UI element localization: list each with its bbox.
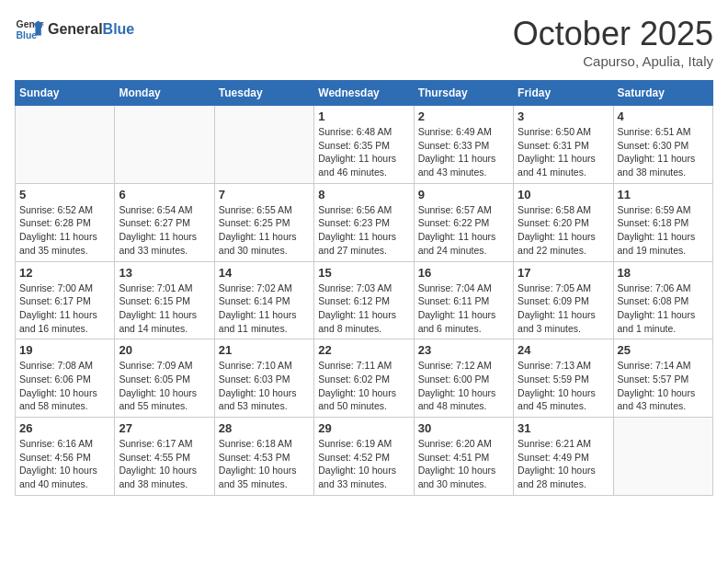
page-header: General Blue GeneralBlue October 2025 Ca… [15,15,713,69]
calendar-cell: 2Sunrise: 6:49 AMSunset: 6:33 PMDaylight… [414,106,513,184]
calendar-cell: 31Sunrise: 6:21 AMSunset: 4:49 PMDayligh… [514,418,613,496]
day-number: 8 [318,188,409,201]
calendar-cell: 5Sunrise: 6:52 AMSunset: 6:28 PMDaylight… [16,183,115,261]
calendar-cell: 29Sunrise: 6:19 AMSunset: 4:52 PMDayligh… [314,418,414,496]
day-info: Sunrise: 6:20 AMSunset: 4:51 PMDaylight:… [418,437,509,491]
day-info: Sunrise: 6:17 AMSunset: 4:55 PMDaylight:… [119,437,210,491]
calendar-cell: 30Sunrise: 6:20 AMSunset: 4:51 PMDayligh… [414,418,513,496]
day-number: 6 [119,188,210,201]
day-number: 10 [518,188,609,201]
day-number: 26 [19,421,110,435]
day-info: Sunrise: 6:54 AMSunset: 6:27 PMDaylight:… [119,203,210,258]
weekday-header-row: SundayMondayTuesdayWednesdayThursdayFrid… [16,81,713,106]
calendar-cell: 18Sunrise: 7:06 AMSunset: 6:08 PMDayligh… [613,261,712,339]
day-info: Sunrise: 6:56 AMSunset: 6:23 PMDaylight:… [318,203,409,258]
day-info: Sunrise: 7:03 AMSunset: 6:12 PMDaylight:… [318,282,409,336]
calendar-week-row: 1Sunrise: 6:48 AMSunset: 6:35 PMDaylight… [16,106,713,184]
day-number: 19 [19,343,110,357]
day-number: 27 [119,421,210,435]
calendar-table: SundayMondayTuesdayWednesdayThursdayFrid… [15,80,713,496]
day-info: Sunrise: 7:08 AMSunset: 6:06 PMDaylight:… [19,359,110,413]
title-block: October 2025 Capurso, Apulia, Italy [513,15,713,69]
calendar-cell: 25Sunrise: 7:14 AMSunset: 5:57 PMDayligh… [613,339,712,418]
calendar-cell: 20Sunrise: 7:09 AMSunset: 6:05 PMDayligh… [115,339,214,418]
weekday-header: Saturday [613,81,712,106]
day-info: Sunrise: 7:00 AMSunset: 6:17 PMDaylight:… [19,282,110,336]
calendar-cell: 28Sunrise: 6:18 AMSunset: 4:53 PMDayligh… [214,418,313,496]
day-info: Sunrise: 6:57 AMSunset: 6:22 PMDaylight:… [418,203,509,258]
day-info: Sunrise: 6:51 AMSunset: 6:30 PMDaylight:… [618,125,709,179]
weekday-header: Wednesday [314,81,414,106]
day-info: Sunrise: 7:12 AMSunset: 6:00 PMDaylight:… [418,359,509,413]
logo: General Blue GeneralBlue [15,15,134,44]
day-info: Sunrise: 7:05 AMSunset: 6:09 PMDaylight:… [518,282,609,336]
calendar-cell: 6Sunrise: 6:54 AMSunset: 6:27 PMDaylight… [115,183,214,261]
day-info: Sunrise: 7:13 AMSunset: 5:59 PMDaylight:… [518,359,609,413]
day-info: Sunrise: 7:10 AMSunset: 6:03 PMDaylight:… [219,359,310,413]
day-number: 15 [318,266,409,280]
calendar-week-row: 12Sunrise: 7:00 AMSunset: 6:17 PMDayligh… [16,261,713,339]
day-number: 12 [19,266,110,280]
calendar-cell: 16Sunrise: 7:04 AMSunset: 6:11 PMDayligh… [414,261,513,339]
calendar-cell: 3Sunrise: 6:50 AMSunset: 6:31 PMDaylight… [514,106,613,184]
weekday-header: Monday [115,81,214,106]
calendar-cell: 14Sunrise: 7:02 AMSunset: 6:14 PMDayligh… [214,261,313,339]
day-number: 30 [418,421,509,435]
calendar-week-row: 26Sunrise: 6:16 AMSunset: 4:56 PMDayligh… [16,418,713,496]
day-info: Sunrise: 7:11 AMSunset: 6:02 PMDaylight:… [318,359,409,413]
day-number: 25 [618,343,709,357]
calendar-cell: 1Sunrise: 6:48 AMSunset: 6:35 PMDaylight… [314,106,414,184]
calendar-cell: 13Sunrise: 7:01 AMSunset: 6:15 PMDayligh… [115,261,214,339]
day-number: 18 [618,266,709,280]
calendar-cell: 23Sunrise: 7:12 AMSunset: 6:00 PMDayligh… [414,339,513,418]
day-number: 21 [219,343,310,357]
weekday-header: Sunday [16,81,115,106]
weekday-header: Tuesday [214,81,313,106]
day-info: Sunrise: 7:04 AMSunset: 6:11 PMDaylight:… [418,282,509,336]
day-number: 3 [518,109,609,123]
day-number: 13 [119,266,210,280]
day-number: 23 [418,343,509,357]
day-info: Sunrise: 6:16 AMSunset: 4:56 PMDaylight:… [19,437,110,491]
day-info: Sunrise: 6:59 AMSunset: 6:18 PMDaylight:… [618,203,709,258]
calendar-week-row: 5Sunrise: 6:52 AMSunset: 6:28 PMDaylight… [16,183,713,261]
day-info: Sunrise: 6:49 AMSunset: 6:33 PMDaylight:… [418,125,509,179]
day-number: 5 [19,188,110,201]
day-number: 22 [318,343,409,357]
day-info: Sunrise: 6:52 AMSunset: 6:28 PMDaylight:… [19,203,110,258]
day-number: 7 [219,188,310,201]
logo-general: General [48,21,103,37]
day-number: 9 [418,188,509,201]
calendar-cell: 10Sunrise: 6:58 AMSunset: 6:20 PMDayligh… [514,183,613,261]
day-number: 17 [518,266,609,280]
day-info: Sunrise: 6:21 AMSunset: 4:49 PMDaylight:… [518,437,609,491]
calendar-cell [115,106,214,184]
calendar-cell: 26Sunrise: 6:16 AMSunset: 4:56 PMDayligh… [16,418,115,496]
calendar-cell: 22Sunrise: 7:11 AMSunset: 6:02 PMDayligh… [314,339,414,418]
calendar-week-row: 19Sunrise: 7:08 AMSunset: 6:06 PMDayligh… [16,339,713,418]
calendar-cell: 19Sunrise: 7:08 AMSunset: 6:06 PMDayligh… [16,339,115,418]
day-number: 29 [318,421,409,435]
day-number: 31 [518,421,609,435]
calendar-cell: 27Sunrise: 6:17 AMSunset: 4:55 PMDayligh… [115,418,214,496]
day-info: Sunrise: 6:50 AMSunset: 6:31 PMDaylight:… [518,125,609,179]
calendar-cell [214,106,313,184]
day-info: Sunrise: 6:48 AMSunset: 6:35 PMDaylight:… [318,125,409,179]
location-subtitle: Capurso, Apulia, Italy [513,53,713,69]
day-number: 11 [618,188,709,201]
calendar-cell [16,106,115,184]
day-info: Sunrise: 6:19 AMSunset: 4:52 PMDaylight:… [318,437,409,491]
day-number: 16 [418,266,509,280]
calendar-cell: 15Sunrise: 7:03 AMSunset: 6:12 PMDayligh… [314,261,414,339]
logo-icon: General Blue [15,15,44,44]
day-number: 28 [219,421,310,435]
weekday-header: Thursday [414,81,513,106]
weekday-header: Friday [514,81,613,106]
calendar-cell: 17Sunrise: 7:05 AMSunset: 6:09 PMDayligh… [514,261,613,339]
calendar-cell: 4Sunrise: 6:51 AMSunset: 6:30 PMDaylight… [613,106,712,184]
calendar-cell: 24Sunrise: 7:13 AMSunset: 5:59 PMDayligh… [514,339,613,418]
day-number: 4 [618,109,709,123]
logo-text: GeneralBlue [48,21,134,38]
svg-text:Blue: Blue [17,30,38,40]
day-info: Sunrise: 7:14 AMSunset: 5:57 PMDaylight:… [618,359,709,413]
